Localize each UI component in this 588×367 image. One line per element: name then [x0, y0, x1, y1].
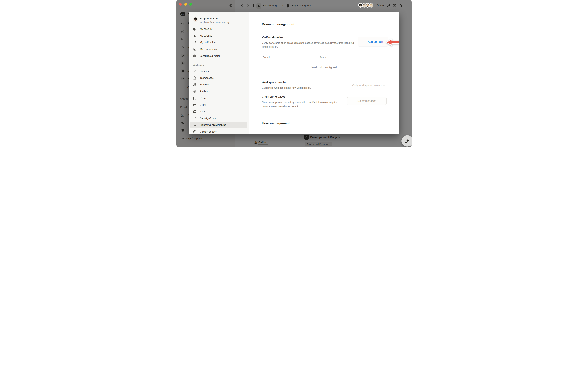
- settings-content: Domain management Verified domains Verif…: [249, 12, 399, 134]
- settings-modal: Stephanie Lee stephanie@toolsforthought.…: [189, 12, 399, 134]
- sidebar-item-label: Security & data: [200, 117, 216, 120]
- sidebar-item-sites[interactable]: Sites: [190, 108, 247, 115]
- key-icon: [193, 117, 197, 120]
- sidebar-item-my-settings[interactable]: My settings: [190, 33, 247, 39]
- divider: [262, 129, 387, 129]
- sidebar-item-security-data[interactable]: Security & data: [190, 115, 247, 122]
- sidebar-item-label: My account: [200, 28, 212, 30]
- user-name: Stephanie Lee: [200, 17, 230, 20]
- workspace-section-label: Workspace: [189, 59, 249, 68]
- members-icon: [193, 83, 197, 87]
- collaborator-avatars[interactable]: [358, 3, 373, 8]
- credit-card-icon: [193, 103, 197, 107]
- sidebar-item-label: Plans: [200, 97, 206, 100]
- minimize-button[interactable]: [184, 3, 187, 6]
- sidebar-item-label: Billing: [200, 104, 207, 106]
- sidebar-item-members[interactable]: Members: [190, 81, 247, 88]
- column-domain: Domain: [263, 56, 271, 59]
- close-button[interactable]: [179, 3, 182, 6]
- question-circle-icon: [193, 130, 197, 134]
- domains-table: Domain Status No domains configured.: [262, 54, 387, 74]
- user-block: Stephanie Lee stephanie@toolsforthought.…: [189, 17, 249, 26]
- sidebar-item-my-notifications[interactable]: My notifications: [190, 39, 247, 46]
- building-icon: [193, 76, 197, 80]
- sidebar-item-label: Sites: [200, 110, 205, 113]
- shield-check-icon: [193, 123, 197, 127]
- settings-sidebar: Stephanie Lee stephanie@toolsforthought.…: [189, 12, 249, 134]
- sidebar-item-billing[interactable]: Billing: [190, 101, 247, 108]
- no-workspaces-button[interactable]: No workspaces: [347, 97, 387, 105]
- annotation-arrow-icon: [386, 38, 399, 47]
- globe-icon: [193, 54, 197, 58]
- claim-workspaces-description: Claim workspaces created by users with a…: [262, 100, 338, 108]
- sidebar-item-analytics[interactable]: Analytics: [190, 88, 247, 95]
- sidebar-item-language-region[interactable]: Language & region: [190, 53, 247, 59]
- sidebar-item-settings[interactable]: Settings: [190, 68, 247, 75]
- person-circle-icon: [193, 27, 197, 31]
- sidebar-item-label: My notifications: [200, 41, 217, 44]
- page-title: Domain management: [262, 22, 387, 26]
- add-domain-button[interactable]: Add domain: [358, 37, 388, 47]
- sidebar-item-label: Settings: [200, 70, 209, 73]
- chevron-down-icon: [383, 84, 385, 87]
- sidebar-item-contact-support[interactable]: Contact support: [190, 128, 247, 134]
- domains-table-header: Domain Status: [262, 54, 387, 61]
- sparkle-icon: [404, 138, 410, 144]
- user-avatar: [193, 17, 198, 22]
- sidebar-item-label: Members: [200, 83, 210, 86]
- zoom-button[interactable]: [189, 3, 192, 6]
- bell-icon: [193, 41, 197, 44]
- plus-icon: [363, 40, 366, 43]
- sliders-icon: [193, 34, 197, 38]
- claim-workspaces-section: Claim workspaces Claim workspaces create…: [262, 95, 387, 108]
- sidebar-item-plans[interactable]: Plans: [190, 95, 247, 101]
- sites-icon: [193, 110, 197, 113]
- sidebar-item-label: My connections: [200, 48, 217, 51]
- verified-domains-description: Verify ownership of an email domain to a…: [262, 41, 360, 49]
- verified-domains-section: Verified domains Verify ownership of an …: [262, 36, 387, 49]
- sidebar-item-teamspaces[interactable]: Teamspaces: [190, 75, 247, 81]
- analytics-icon: [193, 90, 197, 93]
- add-domain-label: Add domain: [368, 40, 383, 43]
- user-email: stephanie@toolsforthought.xyz: [200, 21, 230, 24]
- domains-empty-state: No domains configured.: [262, 61, 387, 74]
- user-management-clipped-text: These settings apply to all users with a…: [262, 134, 387, 134]
- gear-icon: [193, 69, 197, 73]
- window-controls: [179, 3, 192, 6]
- sidebar-item-identity-provisioning[interactable]: Identity & provisioning: [190, 122, 247, 128]
- sidebar-item-label: Contact support: [200, 130, 217, 133]
- avatar: [358, 3, 363, 8]
- column-status: Status: [320, 56, 326, 59]
- app-window: ACME A S H I S L C D: [176, 0, 412, 147]
- map-icon: [193, 96, 197, 100]
- sidebar-item-label: Teamspaces: [200, 77, 214, 79]
- selected-option: Only workspace owners: [352, 84, 381, 87]
- arrow-up-right-icon: [193, 47, 197, 51]
- sidebar-item-my-connections[interactable]: My connections: [190, 46, 247, 53]
- workspace-creation-heading: Workspace creation: [262, 81, 387, 84]
- sidebar-item-label: Analytics: [200, 90, 210, 93]
- sidebar-item-label: Identity & provisioning: [200, 124, 226, 126]
- workspace-creation-select[interactable]: Only workspace owners: [352, 84, 385, 87]
- user-management-heading: User management: [262, 122, 387, 125]
- sidebar-item-label: Language & region: [200, 55, 221, 57]
- sidebar-item-my-account[interactable]: My account: [190, 26, 247, 33]
- ai-assistant-button[interactable]: [401, 135, 412, 147]
- sidebar-item-label: My settings: [200, 34, 212, 37]
- workspace-creation-section: Workspace creation Customize who can cre…: [262, 81, 387, 90]
